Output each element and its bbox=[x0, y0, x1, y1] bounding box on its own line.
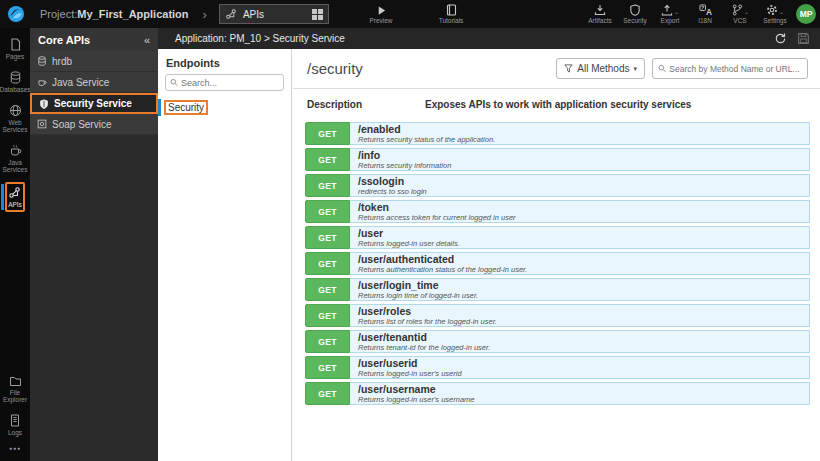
project-name[interactable]: Project:My_First_Application bbox=[40, 8, 189, 20]
shield-icon bbox=[39, 99, 49, 109]
endpoint-body[interactable]: /user/authenticated Returns authenticati… bbox=[350, 252, 810, 275]
core-apis-item-hrdb[interactable]: hrdb bbox=[30, 51, 158, 72]
method-badge[interactable]: GET bbox=[305, 382, 350, 405]
endpoint-description: Returns list of roles for the logged-in … bbox=[358, 317, 801, 326]
breadcrumb: Application: PM_10 > Security Service bbox=[175, 33, 774, 44]
search-icon bbox=[658, 64, 666, 73]
endpoint-body[interactable]: /token Returns access token for current … bbox=[350, 200, 810, 223]
endpoint-row: GET /ssologin redirects to sso login bbox=[305, 174, 810, 197]
method-badge[interactable]: GET bbox=[305, 330, 350, 353]
endpoint-body[interactable]: /enabled Returns security status of the … bbox=[350, 122, 810, 145]
rail-item-file-explorer[interactable]: File Explorer bbox=[0, 373, 30, 405]
endpoint-path: /token bbox=[358, 202, 801, 213]
method-badge[interactable]: GET bbox=[305, 200, 350, 223]
method-search[interactable] bbox=[652, 58, 808, 79]
soap-service-icon bbox=[37, 119, 47, 129]
endpoint-path: /info bbox=[358, 150, 801, 161]
endpoint-description: Returns logged-in user's username bbox=[358, 395, 801, 404]
endpoint-row: GET /enabled Returns security status of … bbox=[305, 122, 810, 145]
export-button[interactable]: ⌄ Export bbox=[657, 0, 683, 28]
rail-item-web-services[interactable]: Web Services bbox=[0, 102, 30, 135]
caret-down-icon: ⌄ bbox=[744, 8, 749, 16]
preview-button[interactable]: Preview bbox=[368, 0, 394, 28]
endpoint-description: Returns tenant-id for the logged-in user… bbox=[358, 343, 801, 352]
endpoint-item-security[interactable]: Security bbox=[158, 99, 291, 116]
log-file-icon bbox=[9, 414, 21, 427]
endpoint-body[interactable]: /info Returns security information bbox=[350, 148, 810, 171]
rail-item-apis[interactable]: APIs bbox=[5, 182, 25, 212]
endpoint-path: /user/username bbox=[358, 384, 801, 395]
more-options-icon[interactable]: ●●● bbox=[9, 445, 21, 451]
endpoint-path: /user bbox=[358, 228, 801, 239]
endpoint-description: Returns access token for current logged … bbox=[358, 213, 801, 222]
wavemaker-logo-icon bbox=[7, 5, 25, 23]
filter-icon bbox=[564, 64, 573, 73]
endpoint-description: Returns security information bbox=[358, 161, 801, 170]
api-icon bbox=[8, 186, 21, 199]
rail-item-pages[interactable]: Pages bbox=[5, 36, 25, 62]
endpoint-row: GET /token Returns access token for curr… bbox=[305, 200, 810, 223]
settings-button[interactable]: ⌄ Settings bbox=[762, 0, 788, 28]
endpoint-row: GET /info Returns security information bbox=[305, 148, 810, 171]
method-badge[interactable]: GET bbox=[305, 226, 350, 249]
topbar-right: Artifacts Security ⌄ Export A I18N ⌄ VCS… bbox=[587, 0, 788, 28]
search-icon bbox=[170, 78, 178, 87]
method-badge[interactable]: GET bbox=[305, 174, 350, 197]
top-bar: Project:My_First_Application › APIs Prev… bbox=[0, 0, 820, 28]
endpoint-body[interactable]: /user Returns logged-in user details. bbox=[350, 226, 810, 249]
endpoint-description: Returns authentication status of the log… bbox=[358, 265, 801, 274]
endpoint-description: redirects to sso login bbox=[358, 187, 801, 196]
book-icon bbox=[446, 4, 457, 16]
collapse-panel-icon[interactable]: « bbox=[144, 34, 150, 46]
core-apis-title: Core APIs bbox=[38, 34, 144, 46]
save-icon[interactable] bbox=[797, 32, 810, 45]
endpoint-path: /user/authenticated bbox=[358, 254, 801, 265]
endpoint-row: GET /user/authenticated Returns authenti… bbox=[305, 252, 810, 275]
method-badge[interactable]: GET bbox=[305, 148, 350, 171]
core-apis-item-security-service[interactable]: Security Service bbox=[30, 93, 158, 114]
rail-item-databases[interactable]: Databases bbox=[0, 69, 32, 95]
endpoint-body[interactable]: /user/login_time Returns login time of l… bbox=[350, 278, 810, 301]
main-content: /security All Methods ▾ Description Expo… bbox=[293, 49, 820, 461]
endpoints-search-input[interactable] bbox=[181, 78, 279, 88]
coffee-icon bbox=[37, 77, 47, 87]
rail-item-logs[interactable]: Logs bbox=[7, 412, 23, 438]
artifacts-button[interactable]: Artifacts bbox=[587, 0, 613, 28]
core-apis-item-soap-service[interactable]: Soap Service bbox=[30, 114, 158, 135]
grid-icon[interactable] bbox=[312, 9, 323, 20]
method-search-input[interactable] bbox=[669, 64, 802, 74]
vcs-button[interactable]: ⌄ VCS bbox=[727, 0, 753, 28]
endpoint-path: /enabled bbox=[358, 124, 801, 135]
breadcrumb-bar: Application: PM_10 > Security Service bbox=[158, 28, 820, 49]
caret-down-icon: ⌄ bbox=[674, 8, 679, 16]
endpoint-body[interactable]: /user/username Returns logged-in user's … bbox=[350, 382, 810, 405]
endpoint-body[interactable]: /user/roles Returns list of roles for th… bbox=[350, 304, 810, 327]
method-badge[interactable]: GET bbox=[305, 252, 350, 275]
globe-icon bbox=[9, 104, 22, 117]
caret-down-icon: ⌄ bbox=[779, 8, 784, 16]
endpoint-path: /ssologin bbox=[358, 176, 801, 187]
core-apis-item-java-service[interactable]: Java Service bbox=[30, 72, 158, 93]
method-badge[interactable]: GET bbox=[305, 278, 350, 301]
methods-filter-dropdown[interactable]: All Methods ▾ bbox=[556, 58, 645, 79]
endpoints-search[interactable] bbox=[165, 74, 284, 91]
rail-item-java-services[interactable]: Java Services bbox=[0, 142, 30, 175]
tutorials-button[interactable]: Tutorials bbox=[438, 0, 464, 28]
app-logo[interactable] bbox=[0, 5, 32, 23]
page-icon bbox=[9, 38, 22, 51]
user-avatar[interactable]: MP bbox=[796, 4, 816, 24]
method-badge[interactable]: GET bbox=[305, 356, 350, 379]
endpoint-row: GET /user Returns logged-in user details… bbox=[305, 226, 810, 249]
security-button[interactable]: Security bbox=[622, 0, 648, 28]
endpoint-body[interactable]: /user/userid Returns logged-in user's us… bbox=[350, 356, 810, 379]
endpoints-title: Endpoints bbox=[158, 49, 291, 74]
download-tray-icon bbox=[594, 4, 606, 16]
endpoint-body[interactable]: /ssologin redirects to sso login bbox=[350, 174, 810, 197]
method-badge[interactable]: GET bbox=[305, 304, 350, 327]
i18n-button[interactable]: A I18N bbox=[692, 0, 718, 28]
method-badge[interactable]: GET bbox=[305, 122, 350, 145]
tab-apis[interactable]: APIs bbox=[219, 4, 329, 24]
refresh-icon[interactable] bbox=[774, 32, 787, 45]
endpoint-body[interactable]: /user/tenantid Returns tenant-id for the… bbox=[350, 330, 810, 353]
endpoint-row: GET /user/roles Returns list of roles fo… bbox=[305, 304, 810, 327]
